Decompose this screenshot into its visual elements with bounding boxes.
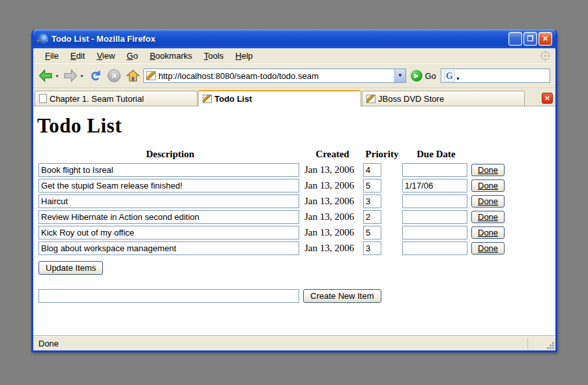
priority-input[interactable] (363, 241, 381, 255)
stop-button[interactable]: ✕ (106, 67, 123, 84)
address-bar[interactable]: http://localhost:8080/seam-todo/todo.sea… (143, 69, 406, 83)
status-separator (527, 339, 528, 349)
throbber-icon (540, 50, 550, 61)
minimize-icon: _ (509, 36, 522, 48)
table-row: Jan 13, 2006 Done (38, 226, 512, 239)
resize-grip-icon[interactable] (552, 347, 554, 349)
description-input[interactable] (38, 179, 299, 192)
due-date-input[interactable] (402, 241, 467, 255)
table-row: Jan 13, 2006 Done (38, 179, 512, 192)
home-button[interactable] (125, 67, 141, 84)
firefox-logo-icon (37, 33, 48, 44)
header-due-date: Due Date (402, 149, 470, 161)
menu-tools[interactable]: Tools (199, 50, 229, 62)
back-dropdown-icon[interactable]: ▼ (55, 74, 60, 78)
header-created: Created (303, 149, 362, 161)
menu-file[interactable]: File (40, 50, 64, 62)
go-icon: ▶ (411, 70, 422, 82)
page-favicon (146, 71, 156, 80)
page-content: Todo List Description Created Priority D… (33, 106, 555, 336)
forward-button[interactable] (62, 67, 79, 84)
done-button[interactable]: Done (471, 164, 505, 176)
description-input[interactable] (38, 226, 299, 239)
created-date: Jan 13, 2006 (303, 210, 362, 224)
new-item-input[interactable] (38, 289, 299, 303)
favicon-icon (366, 95, 375, 103)
priority-input[interactable] (363, 210, 381, 224)
stop-icon: ✕ (108, 69, 121, 82)
header-priority: Priority (363, 149, 401, 161)
close-tab-button[interactable]: ✕ (542, 93, 553, 104)
tab-chapter-1[interactable]: Chapter 1. Seam Tutorial (35, 91, 198, 106)
priority-input[interactable] (363, 179, 381, 192)
go-label: Go (425, 71, 436, 81)
menu-help[interactable]: Help (230, 50, 258, 62)
done-button[interactable]: Done (471, 195, 505, 208)
menu-view[interactable]: View (91, 50, 120, 62)
maximize-icon: ❐ (527, 35, 534, 42)
home-icon (126, 69, 140, 83)
description-input[interactable] (38, 210, 299, 224)
due-date-input[interactable] (402, 226, 467, 239)
tab-jboss-dvd-store[interactable]: JBoss DVD Store (362, 91, 525, 106)
created-date: Jan 13, 2006 (303, 226, 362, 239)
created-date: Jan 13, 2006 (303, 194, 362, 208)
table-row: Jan 13, 2006 Done (38, 163, 512, 177)
priority-input[interactable] (363, 163, 381, 177)
table-row: Jan 13, 2006 Done (38, 210, 512, 224)
header-description: Description (38, 149, 302, 161)
menu-go[interactable]: Go (121, 50, 143, 62)
done-button[interactable]: Done (471, 179, 505, 192)
google-icon: G (444, 70, 455, 82)
menu-edit[interactable]: Edit (65, 50, 90, 62)
done-button[interactable]: Done (471, 242, 505, 254)
close-icon: ✕ (542, 35, 548, 42)
table-row: Jan 13, 2006 Done (38, 241, 512, 255)
update-items-button[interactable]: Update Items (38, 261, 103, 275)
menu-bookmarks[interactable]: Bookmarks (145, 50, 198, 62)
create-new-item-button[interactable]: Create New Item (303, 289, 381, 303)
maximize-button[interactable]: ❐ (523, 32, 537, 46)
due-date-input[interactable] (402, 179, 467, 192)
description-input[interactable] (38, 194, 299, 208)
search-engine-dropdown-icon[interactable]: ▼ (456, 76, 460, 81)
description-input[interactable] (38, 163, 299, 177)
created-date: Jan 13, 2006 (303, 163, 362, 177)
tab-label: Chapter 1. Seam Tutorial (50, 94, 144, 104)
titlebar[interactable]: Todo List - Mozilla Firefox _ ❐ ✕ (33, 29, 555, 48)
done-button[interactable]: Done (471, 226, 505, 239)
address-dropdown-icon[interactable]: ▼ (394, 69, 405, 82)
forward-dropdown-icon[interactable]: ▼ (80, 74, 85, 78)
description-input[interactable] (38, 241, 299, 255)
status-bar: Done (33, 336, 555, 350)
todo-table: Description Created Priority Due Date Ja… (37, 147, 513, 257)
search-input[interactable]: G ▼ (441, 69, 550, 83)
document-icon (39, 94, 47, 103)
back-button[interactable] (37, 67, 54, 84)
due-date-input[interactable] (402, 210, 467, 224)
done-button[interactable]: Done (471, 211, 505, 223)
firefox-window: Todo List - Mozilla Firefox _ ❐ ✕ File E… (31, 29, 557, 352)
back-arrow-icon (38, 68, 53, 84)
window-title: Todo List - Mozilla Firefox (51, 34, 505, 44)
created-date: Jan 13, 2006 (303, 241, 362, 255)
table-header-row: Description Created Priority Due Date (38, 149, 512, 161)
due-date-input[interactable] (402, 163, 467, 177)
page-title: Todo List (37, 114, 551, 138)
priority-input[interactable] (363, 194, 381, 208)
status-text: Done (33, 339, 527, 348)
priority-input[interactable] (363, 226, 381, 239)
tab-todo-list[interactable]: Todo List (198, 90, 361, 106)
table-row: Jan 13, 2006 Done (38, 194, 512, 208)
due-date-input[interactable] (402, 194, 467, 208)
url-text[interactable]: http://localhost:8080/seam-todo/todo.sea… (156, 71, 394, 81)
tab-strip: Chapter 1. Seam Tutorial Todo List JBoss… (33, 88, 555, 106)
forward-arrow-icon (63, 68, 78, 84)
go-button[interactable]: ▶ Go (408, 70, 439, 82)
close-button[interactable]: ✕ (538, 32, 552, 46)
menu-bar: File Edit View Go Bookmarks Tools Help (33, 48, 555, 63)
reload-icon: ↻ (87, 70, 103, 82)
created-date: Jan 13, 2006 (303, 179, 362, 192)
minimize-button[interactable]: _ (508, 32, 522, 46)
reload-button[interactable]: ↻ (87, 67, 104, 84)
